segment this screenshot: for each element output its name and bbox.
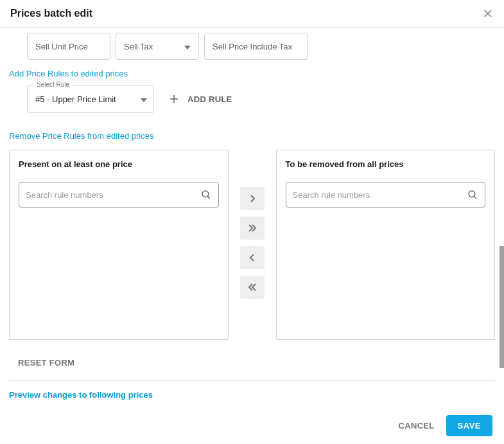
sell-price-include-tax-field[interactable]: Sell Price Include Tax (204, 33, 308, 60)
svg-line-5 (207, 197, 209, 199)
remove-panel-title: To be removed from all prices (277, 150, 495, 177)
sell-unit-label: Sell Unit Price (35, 42, 88, 51)
move-right-button[interactable] (240, 187, 265, 210)
close-icon (482, 8, 494, 19)
dialog: Prices batch edit Sell Unit Price Sell T… (0, 0, 504, 444)
dialog-body: Sell Unit Price Sell Tax Sell Price Incl… (0, 28, 504, 407)
search-icon (467, 189, 478, 200)
sell-inc-label: Sell Price Include Tax (213, 42, 292, 51)
transfer-buttons (240, 150, 265, 340)
dialog-footer: CANCEL SAVE (0, 407, 504, 444)
preview-changes-heading: Preview changes to following prices (0, 381, 504, 404)
svg-line-7 (474, 197, 476, 199)
sell-unit-price-field[interactable]: Sell Unit Price (27, 33, 110, 60)
present-panel-title: Present on at least one price (10, 150, 228, 177)
add-rule-label: ADD RULE (187, 94, 232, 104)
svg-point-6 (469, 191, 475, 197)
add-price-rules-heading: Add Price Rules to edited prices (0, 60, 504, 82)
double-chevron-right-icon (248, 224, 257, 232)
remove-search[interactable] (286, 182, 486, 208)
search-icon (200, 189, 212, 200)
remove-panel: To be removed from all prices (276, 150, 496, 340)
price-fields-row: Sell Unit Price Sell Tax Sell Price Incl… (0, 28, 504, 60)
dialog-header: Prices batch edit (0, 0, 504, 28)
chevron-right-icon (249, 195, 256, 202)
present-panel: Present on at least one price (9, 150, 229, 340)
dialog-title: Prices batch edit (10, 8, 92, 19)
sell-tax-label: Sell Tax (124, 42, 153, 51)
svg-point-4 (202, 191, 209, 197)
select-rule-value: #5 - Upper Price Limit (35, 94, 116, 104)
move-all-left-button[interactable] (240, 276, 265, 299)
move-all-right-button[interactable] (240, 217, 265, 240)
move-left-button[interactable] (240, 246, 265, 269)
chevron-down-icon (184, 42, 191, 51)
present-search[interactable] (19, 182, 219, 208)
reset-form-button[interactable]: RESET FORM (0, 340, 504, 375)
chevron-down-icon (141, 93, 147, 105)
plus-icon (168, 93, 180, 105)
select-rule-dropdown[interactable]: Select Rule #5 - Upper Price Limit (27, 85, 154, 113)
select-rule-float-label: Select Rule (34, 81, 72, 88)
cancel-button[interactable]: CANCEL (399, 421, 435, 431)
close-button[interactable] (482, 8, 494, 19)
chevron-left-icon (249, 254, 256, 262)
remove-price-rules-heading: Remove Price Rules from edited prices (0, 113, 504, 145)
add-rule-button[interactable]: ADD RULE (168, 93, 232, 105)
sell-tax-select[interactable]: Sell Tax (116, 33, 199, 60)
scrollbar-thumb[interactable] (500, 246, 504, 368)
double-chevron-left-icon (248, 283, 257, 291)
save-button[interactable]: SAVE (446, 415, 492, 436)
transfer-container: Present on at least one price (0, 145, 504, 340)
add-rule-row: Select Rule #5 - Upper Price Limit ADD R… (0, 82, 504, 113)
remove-search-input[interactable] (293, 190, 467, 200)
present-search-input[interactable] (26, 190, 200, 200)
